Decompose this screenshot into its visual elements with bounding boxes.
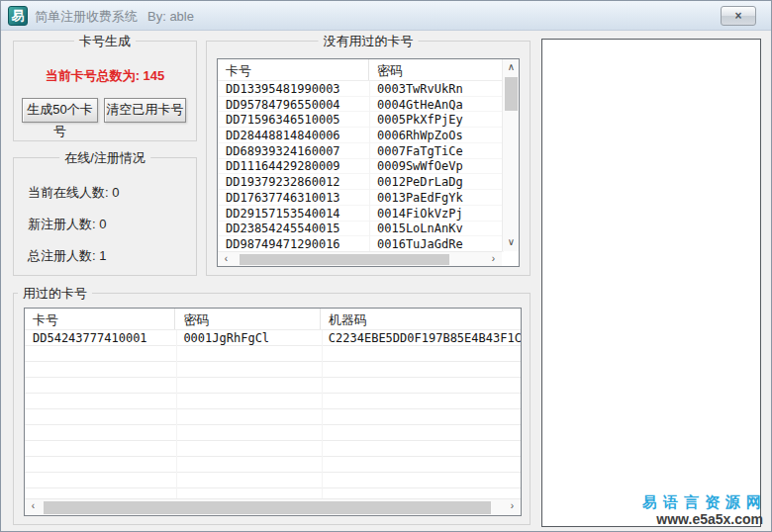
- table-row[interactable]: DD17637746310013 0013PaEdFgYk: [218, 190, 504, 206]
- password-cell: 0014FiOkVzPj: [369, 207, 504, 221]
- table-row[interactable]: DD28448814840006 0006RhWpZoOs: [218, 128, 504, 143]
- window-title-text: 简单注册收费系统: [35, 9, 138, 24]
- column-header-password[interactable]: 密码: [175, 309, 320, 329]
- password-cell: 0016TuJaGdRe: [369, 237, 504, 251]
- machine-code-cell: C2234EBE5DD0F197B85E4B43F1C2...: [321, 331, 521, 345]
- online-status-group: 在线/注册情况 当前在线人数: 0 新注册人数: 0 总注册人数: 1: [13, 157, 197, 276]
- table-row[interactable]: DD54243777410001 0001JgRhFgCl C2234EBE5D…: [25, 330, 521, 346]
- window-title-byline: By: able: [147, 9, 194, 24]
- close-button[interactable]: ×: [721, 6, 756, 26]
- password-cell: 0015LoLnAnKv: [369, 222, 504, 235]
- log-list-panel[interactable]: [541, 39, 761, 527]
- used-cards-table[interactable]: 卡号 密码 机器码 DD54243777410001 0001JgRhFgCl …: [24, 308, 522, 516]
- password-cell: 0012PeDrLaDg: [369, 175, 504, 189]
- current-online-label: 当前在线人数: 0: [28, 184, 119, 202]
- generate-cards-button[interactable]: 生成50个卡号: [22, 98, 98, 123]
- unused-cards-table-header: 卡号 密码: [218, 59, 519, 81]
- password-cell: 0005PkXfPjEy: [369, 113, 504, 127]
- used-cards-group-title: 用过的卡号: [18, 285, 92, 303]
- table-row[interactable]: DD71596346510005 0005PkXfPjEy: [218, 112, 504, 128]
- password-cell: 0006RhWpZoOs: [369, 129, 504, 142]
- scroll-up-icon[interactable]: ∧: [504, 60, 519, 75]
- column-header-card[interactable]: 卡号: [218, 59, 369, 80]
- clear-used-cards-button[interactable]: 清空已用卡号: [104, 98, 186, 123]
- password-cell: 0007FaTgTiCe: [369, 144, 504, 158]
- table-row[interactable]: DD11164429280009 0009SwWfOeVp: [218, 159, 504, 175]
- table-row[interactable]: DD98749471290016 0016TuJaGdRe: [218, 236, 504, 252]
- horizontal-scrollbar[interactable]: ‹ ›: [218, 251, 502, 266]
- online-status-group-title: 在线/注册情况: [59, 149, 150, 167]
- table-row[interactable]: DD23854245540015 0015LoLnAnKv: [218, 221, 504, 236]
- scroll-left-icon[interactable]: ‹: [219, 252, 234, 267]
- table-row[interactable]: DD19379232860012 0012PeDrLaDg: [218, 174, 504, 190]
- card-number-cell: DD68939324160007: [218, 144, 369, 158]
- close-icon: ×: [734, 9, 741, 23]
- scroll-left-icon[interactable]: ‹: [26, 499, 41, 514]
- unused-cards-table-body: DD13395481990003 0003TwRvUkRn DD95784796…: [218, 81, 504, 252]
- vertical-scrollbar-thumb[interactable]: [505, 77, 518, 111]
- horizontal-scrollbar[interactable]: ‹ ›: [25, 498, 521, 515]
- card-number-cell: DD98749471290016: [218, 237, 369, 251]
- used-cards-table-body: DD54243777410001 0001JgRhFgCl C2234EBE5D…: [25, 330, 521, 500]
- scroll-down-icon[interactable]: ∨: [504, 235, 519, 250]
- table-row[interactable]: DD68939324160007 0007FaTgTiCe: [218, 143, 504, 159]
- card-number-cell: DD54243777410001: [25, 331, 175, 345]
- used-cards-group: 用过的卡号 卡号 密码 机器码 DD54243777410001 0001JgR…: [13, 293, 531, 525]
- total-registered-label: 总注册人数: 1: [28, 247, 106, 265]
- card-generation-group: 卡号生成 当前卡号总数为: 145 生成50个卡号 清空已用卡号: [13, 41, 197, 141]
- used-cards-table-header: 卡号 密码 机器码: [25, 309, 521, 330]
- total-cards-label: 当前卡号总数为: 145: [14, 67, 196, 85]
- column-header-password[interactable]: 密码: [369, 59, 504, 80]
- column-header-machine-code[interactable]: 机器码: [321, 309, 521, 329]
- unused-cards-group: 没有用过的卡号 卡号 密码 DD13395481990003 0003TwRvU…: [206, 41, 531, 276]
- vertical-scrollbar[interactable]: ∧ ∨: [502, 59, 519, 251]
- password-cell: 0009SwWfOeVp: [369, 159, 504, 173]
- new-registered-label: 新注册人数: 0: [28, 216, 106, 233]
- card-number-cell: DD29157153540014: [218, 207, 369, 221]
- card-generation-group-title: 卡号生成: [74, 33, 136, 50]
- password-cell: 0013PaEdFgYk: [369, 191, 504, 205]
- scroll-right-icon[interactable]: ›: [505, 499, 520, 514]
- password-cell: 0001JgRhFgCl: [175, 331, 320, 345]
- card-number-cell: DD17637746310013: [218, 191, 369, 205]
- table-row[interactable]: DD13395481990003 0003TwRvUkRn: [218, 81, 504, 97]
- table-row[interactable]: DD95784796550004 0004GtHeAnQa: [218, 97, 504, 113]
- card-number-cell: DD11164429280009: [218, 159, 369, 173]
- app-logo-icon: 易: [8, 6, 28, 26]
- password-cell: 0003TwRvUkRn: [369, 82, 504, 96]
- horizontal-scrollbar-thumb[interactable]: [240, 254, 449, 265]
- app-window: 易 简单注册收费系统By: able × 卡号生成 当前卡号总数为: 145 生…: [0, 0, 772, 532]
- title-bar: 易 简单注册收费系统By: able ×: [1, 1, 771, 31]
- card-number-cell: DD13395481990003: [218, 82, 369, 96]
- card-number-cell: DD95784796550004: [218, 98, 369, 112]
- scroll-right-icon[interactable]: ›: [486, 252, 501, 267]
- unused-cards-table[interactable]: 卡号 密码 DD13395481990003 0003TwRvUkRn DD95…: [217, 58, 520, 267]
- horizontal-scrollbar-thumb[interactable]: [44, 501, 491, 514]
- card-number-cell: DD23854245540015: [218, 222, 369, 235]
- window-title: 简单注册收费系统By: able: [35, 8, 194, 26]
- card-number-cell: DD71596346510005: [218, 113, 369, 127]
- password-cell: 0004GtHeAnQa: [369, 98, 504, 112]
- column-header-card[interactable]: 卡号: [25, 309, 175, 329]
- table-row[interactable]: DD29157153540014 0014FiOkVzPj: [218, 206, 504, 222]
- unused-cards-group-title: 没有用过的卡号: [319, 33, 419, 50]
- card-number-cell: DD19379232860012: [218, 175, 369, 189]
- card-number-cell: DD28448814840006: [218, 129, 369, 142]
